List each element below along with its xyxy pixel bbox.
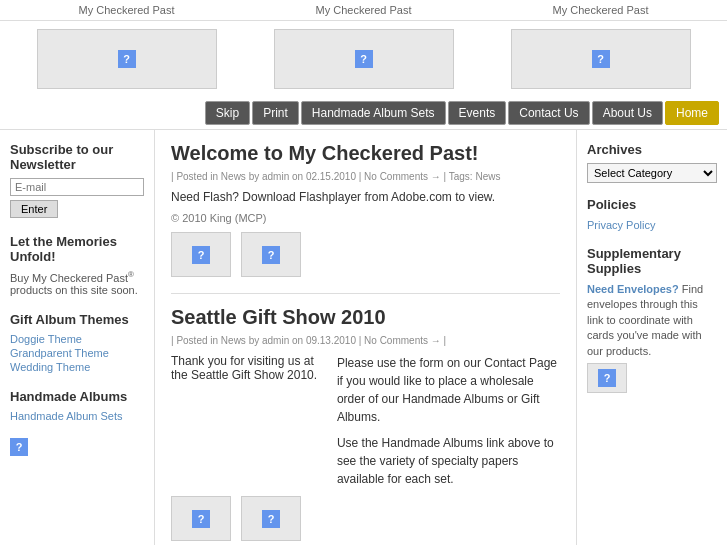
supplementary-supplies-text: Need Envelopes? Find envelopes through t…: [587, 282, 717, 359]
email-input[interactable]: [10, 178, 144, 196]
memories-heading: Let the Memories Unfold!: [10, 234, 144, 264]
memories-text: Buy My Checkered Past® products on this …: [10, 270, 144, 296]
banner-title-1: My Checkered Past: [79, 4, 175, 16]
handmade-album-sets-link[interactable]: Handmade Album Sets: [10, 410, 144, 422]
post-divider: [171, 293, 560, 294]
post-2-img-1: ?: [171, 496, 231, 541]
archives-section: Archives Select Category: [587, 142, 717, 183]
post-1-img-1: ?: [171, 232, 231, 277]
question-mark-icon-3: ?: [592, 50, 610, 68]
gift-show-right-text-2: Use the Handmade Albums link above to se…: [337, 434, 560, 488]
category-select[interactable]: Select Category: [587, 163, 717, 183]
bottom-sidebar-placeholder: ?: [10, 438, 144, 456]
right-sidebar-img: ?: [587, 363, 627, 393]
top-image-1: ?: [37, 29, 217, 89]
banner-title-2: My Checkered Past: [316, 4, 412, 16]
doggie-theme-link[interactable]: Doggie Theme: [10, 333, 144, 345]
nav-skip-button[interactable]: Skip: [205, 101, 250, 125]
newsletter-heading: Subscribe to our Newsletter: [10, 142, 144, 172]
top-banner: My Checkered Past My Checkered Past My C…: [0, 0, 727, 21]
question-mark-icon-p2b: ?: [262, 510, 280, 528]
memories-section: Let the Memories Unfold! Buy My Checkere…: [10, 234, 144, 296]
question-mark-icon-2: ?: [355, 50, 373, 68]
question-mark-icon-p2a: ?: [192, 510, 210, 528]
post-1-body: Need Flash? Download Flashplayer from Ad…: [171, 190, 560, 204]
post-1-footer: © 2010 King (MCP): [171, 212, 560, 224]
nav-handmade-album-sets-button[interactable]: Handmade Album Sets: [301, 101, 446, 125]
post-1-title: Welcome to My Checkered Past!: [171, 142, 560, 165]
question-mark-icon-right: ?: [598, 369, 616, 387]
top-image-3: ?: [511, 29, 691, 89]
nav-bar: Skip Print Handmade Album Sets Events Co…: [0, 97, 727, 130]
grandparent-theme-link[interactable]: Grandparent Theme: [10, 347, 144, 359]
gift-show-right-text-1: Please use the form on our Contact Page …: [337, 354, 560, 426]
gift-show-body: Thank you for visiting us at the Seattle…: [171, 354, 560, 488]
main-layout: Subscribe to our Newsletter Enter Let th…: [0, 130, 727, 545]
supplementary-supplies-heading: Supplementary Supplies: [587, 246, 717, 276]
enter-button[interactable]: Enter: [10, 200, 58, 218]
post-2-img-2: ?: [241, 496, 301, 541]
banner-title-3: My Checkered Past: [553, 4, 649, 16]
policies-heading: Policies: [587, 197, 717, 212]
nav-events-button[interactable]: Events: [448, 101, 507, 125]
policies-section: Policies Privacy Policy: [587, 197, 717, 232]
post-1: Welcome to My Checkered Past! | Posted i…: [171, 142, 560, 277]
post-1-img-2: ?: [241, 232, 301, 277]
question-mark-icon-p1b: ?: [262, 246, 280, 264]
gift-album-themes-heading: Gift Album Themes: [10, 312, 144, 327]
left-sidebar: Subscribe to our Newsletter Enter Let th…: [0, 130, 155, 545]
nav-home-button[interactable]: Home: [665, 101, 719, 125]
gift-show-right: Please use the form on our Contact Page …: [337, 354, 560, 488]
handmade-albums-section: Handmade Albums Handmade Album Sets: [10, 389, 144, 422]
question-mark-icon-1: ?: [118, 50, 136, 68]
center-content: Welcome to My Checkered Past! | Posted i…: [155, 130, 577, 545]
question-mark-icon-sidebar: ?: [10, 438, 28, 456]
post-2-images: ? ?: [171, 496, 560, 541]
supplementary-supplies-section: Supplementary Supplies Need Envelopes? F…: [587, 246, 717, 393]
archives-heading: Archives: [587, 142, 717, 157]
wedding-theme-link[interactable]: Wedding Theme: [10, 361, 144, 373]
newsletter-section: Subscribe to our Newsletter Enter: [10, 142, 144, 218]
image-row: ? ? ?: [0, 21, 727, 97]
need-envelopes-link[interactable]: Need Envelopes?: [587, 283, 679, 295]
right-sidebar: Archives Select Category Policies Privac…: [577, 130, 727, 545]
nav-print-button[interactable]: Print: [252, 101, 299, 125]
nav-contact-us-button[interactable]: Contact Us: [508, 101, 589, 125]
gift-album-themes-section: Gift Album Themes Doggie Theme Grandpare…: [10, 312, 144, 373]
nav-about-us-button[interactable]: About Us: [592, 101, 663, 125]
gift-show-left-text: Thank you for visiting us at the Seattle…: [171, 354, 325, 382]
top-image-2: ?: [274, 29, 454, 89]
post-2: Seattle Gift Show 2010 | Posted in News …: [171, 306, 560, 541]
post-2-title: Seattle Gift Show 2010: [171, 306, 560, 329]
question-mark-icon-p1a: ?: [192, 246, 210, 264]
gift-show-left: Thank you for visiting us at the Seattle…: [171, 354, 325, 488]
handmade-albums-heading: Handmade Albums: [10, 389, 144, 404]
privacy-policy-link[interactable]: Privacy Policy: [587, 219, 655, 231]
post-1-meta: | Posted in News by admin on 02.15.2010 …: [171, 171, 560, 182]
post-1-images: ? ?: [171, 232, 560, 277]
post-2-meta: | Posted in News by admin on 09.13.2010 …: [171, 335, 560, 346]
